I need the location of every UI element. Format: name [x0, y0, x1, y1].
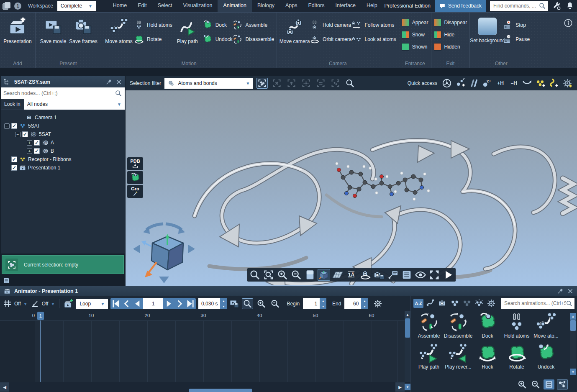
gromacs-button[interactable]: Gro: [127, 185, 143, 198]
orbit-camera-button[interactable]: [359, 269, 372, 281]
scroll-up-arrow[interactable]: ▲: [570, 313, 576, 320]
disappear-button[interactable]: Disappear: [434, 18, 467, 28]
tree-row-5sat-model[interactable]: − ✓ M 5SAT: [1, 130, 125, 138]
dock-button[interactable]: Dock: [203, 20, 233, 30]
scale-bar-button[interactable]: 1Å: [345, 269, 358, 281]
add-molecule-icon[interactable]: [535, 78, 546, 89]
timeline[interactable]: 0 10 20 30 40 50 60 1: [0, 311, 410, 392]
show-button[interactable]: Show: [402, 30, 428, 40]
scroll-up-arrow[interactable]: ▲: [405, 311, 410, 318]
pause-button[interactable]: Pause: [503, 34, 530, 44]
animation-item[interactable]: Rotate: [502, 343, 531, 373]
close-icon[interactable]: [115, 79, 122, 85]
periodic-table-icon[interactable]: [441, 78, 452, 89]
find-commands-input[interactable]: [493, 3, 539, 9]
add-hydrogens-icon[interactable]: +H: [495, 78, 506, 89]
skip-to-end-button[interactable]: [185, 298, 196, 309]
app-window-icon[interactable]: [3, 2, 11, 10]
menu-select[interactable]: Select: [152, 0, 178, 12]
next-frame-button[interactable]: [163, 298, 174, 309]
search-selection-button[interactable]: [344, 78, 356, 89]
animation-item[interactable]: Undock: [531, 343, 561, 373]
menu-biology[interactable]: Biology: [252, 0, 280, 12]
menu-editors[interactable]: Editors: [303, 0, 330, 12]
timeline-vertical-scrollbar[interactable]: ▲: [405, 311, 410, 382]
notifications-bell-icon[interactable]: [565, 1, 574, 10]
animation-item[interactable]: Hold atoms: [502, 312, 531, 342]
sort-alphabetical-button[interactable]: A-Z: [413, 299, 423, 308]
disassemble-button[interactable]: Disassemble: [232, 34, 274, 44]
presentation-button[interactable]: Presentation: [3, 16, 33, 44]
dock-quick-button[interactable]: [127, 171, 143, 184]
panels-button[interactable]: [400, 269, 413, 281]
filter-path-icon[interactable]: [426, 298, 436, 308]
tree-row-5sat[interactable]: − ✓ 5SAT: [1, 122, 125, 130]
animation-item[interactable]: Disassemble: [444, 312, 473, 342]
library-zoom-in-button[interactable]: [517, 379, 528, 389]
library-settings-gear-icon[interactable]: [486, 298, 496, 308]
tree-row-chain-a[interactable]: + ✓ C A: [1, 138, 125, 147]
fullscreen-button[interactable]: [428, 269, 441, 281]
icon-view-button[interactable]: [557, 379, 568, 389]
tree-row-presentation[interactable]: ✓ Presentation 1: [1, 164, 125, 172]
playhead-marker[interactable]: 1: [37, 312, 44, 320]
checkbox[interactable]: ✓: [11, 123, 17, 129]
save-frames-button[interactable]: Save frames: [68, 16, 98, 44]
zoom-out-button[interactable]: [290, 269, 303, 281]
spin-up[interactable]: ▲: [320, 298, 326, 304]
find-commands-box[interactable]: [490, 1, 548, 11]
hold-atoms-button[interactable]: Hold atoms: [134, 20, 172, 30]
zoom-in-button[interactable]: [276, 269, 289, 281]
look-in-dropdown[interactable]: All nodes ▼: [24, 99, 125, 110]
save-snapshot-button[interactable]: [373, 269, 385, 281]
move-camera-button[interactable]: Move camera: [280, 16, 310, 44]
filter-camera-icon[interactable]: [438, 298, 448, 308]
filter-atoms-light-icon[interactable]: [450, 298, 460, 308]
checkbox[interactable]: ✓: [11, 156, 17, 162]
spin-up[interactable]: ▲: [361, 298, 368, 304]
animation-item[interactable]: Assemble: [414, 312, 444, 342]
grow-selection-button[interactable]: [300, 78, 312, 89]
expander[interactable]: +: [27, 149, 32, 154]
scroll-right-arrow[interactable]: ▶: [395, 382, 405, 392]
zoom-all-button[interactable]: [249, 269, 261, 281]
spin-down[interactable]: ▼: [220, 304, 227, 310]
menu-apps[interactable]: Apps: [280, 0, 303, 12]
stop-button[interactable]: Stop: [503, 20, 530, 30]
checkbox[interactable]: ✓: [11, 165, 17, 171]
minimize-energy-icon[interactable]: [522, 78, 533, 89]
filter-atoms-dark-icon[interactable]: [462, 298, 472, 308]
add-animation-button[interactable]: [64, 299, 74, 309]
add-ribbon-icon[interactable]: [549, 78, 559, 89]
expander[interactable]: −: [15, 132, 21, 137]
spin-down[interactable]: ▼: [320, 304, 326, 310]
add-to-group-button[interactable]: [330, 78, 341, 89]
menu-visualization[interactable]: Visualization: [177, 0, 218, 12]
tree-row-chain-b[interactable]: + ✓ C B: [1, 147, 125, 155]
timeline-grid[interactable]: [0, 320, 405, 382]
filter-effects-icon[interactable]: [474, 298, 484, 308]
previous-frame-button[interactable]: [132, 298, 143, 309]
render-canvas[interactable]: PDB Gro: [126, 90, 577, 286]
appear-button[interactable]: Appear: [402, 18, 428, 28]
info-icon[interactable]: [564, 18, 573, 28]
menu-animation[interactable]: Animation: [218, 0, 252, 12]
animation-search-box[interactable]: [501, 298, 574, 309]
hide-button[interactable]: Hide: [434, 30, 467, 40]
add-atom-icon[interactable]: [455, 78, 466, 89]
end-spinner[interactable]: 60 ▲▼: [344, 298, 368, 309]
previous-keyframe-button[interactable]: [121, 298, 132, 309]
select-similar-button[interactable]: [315, 78, 326, 89]
menu-help[interactable]: Help: [361, 0, 383, 12]
grid-plane-button[interactable]: [331, 269, 344, 281]
timeline-zoom-in-button[interactable]: [256, 298, 267, 309]
set-background-button[interactable]: Set background: [472, 16, 503, 44]
shown-button[interactable]: Shown: [402, 42, 428, 52]
timeline-ruler[interactable]: 0 10 20 30 40 50 60 1: [0, 311, 405, 320]
hidden-button[interactable]: Hidden: [434, 42, 467, 52]
panel-tab-icon[interactable]: [3, 277, 10, 284]
assemble-button[interactable]: Assemble: [232, 20, 274, 30]
menu-interface[interactable]: Interface: [330, 0, 361, 12]
checkbox[interactable]: ✓: [34, 148, 40, 154]
animation-item[interactable]: Play path: [414, 343, 444, 373]
